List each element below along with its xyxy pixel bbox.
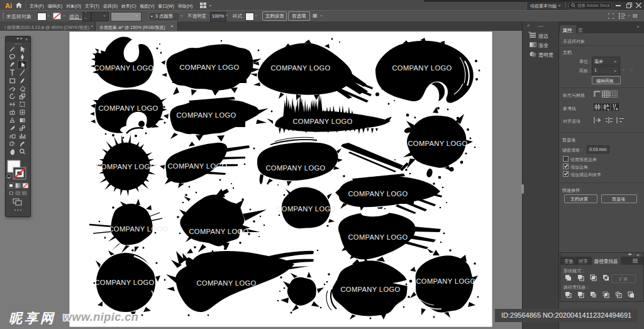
svg-text:COMPANY LOGO: COMPANY LOGO — [340, 286, 400, 293]
svg-text:COMPANY LOGO: COMPANY LOGO — [196, 279, 256, 287]
svg-text:COMPANY LOGO: COMPANY LOGO — [179, 64, 239, 71]
svg-text:COMPANY LOGO: COMPANY LOGO — [167, 162, 227, 170]
svg-text:COMPANY LOGO: COMPANY LOGO — [265, 164, 325, 172]
svg-text:COMPANY LOGO: COMPANY LOGO — [189, 228, 248, 235]
svg-text:COMPANY LOGO: COMPANY LOGO — [96, 163, 155, 170]
svg-text:COMPANY LOGO: COMPANY LOGO — [108, 225, 168, 233]
svg-text:COMPANY LOGO: COMPANY LOGO — [276, 205, 336, 213]
svg-text:COMPANY LOGO: COMPANY LOGO — [416, 277, 475, 285]
svg-text:COMPANY LOGO: COMPANY LOGO — [94, 64, 153, 72]
svg-text:COMPANY LOGO: COMPANY LOGO — [94, 279, 154, 286]
svg-text:COMPANY LOGO: COMPANY LOGO — [176, 111, 236, 119]
svg-text:COMPANY LOGO: COMPANY LOGO — [292, 118, 352, 125]
svg-text:COMPANY LOGO: COMPANY LOGO — [408, 140, 467, 147]
svg-text:COMPANY LOGO: COMPANY LOGO — [348, 233, 408, 241]
svg-text:COMPANY LOGO: COMPANY LOGO — [270, 64, 330, 72]
svg-text:COMPANY LOGO: COMPANY LOGO — [348, 190, 408, 198]
svg-text:COMPANY LOGO: COMPANY LOGO — [392, 64, 452, 72]
svg-text:COMPANY LOGO: COMPANY LOGO — [98, 104, 158, 112]
